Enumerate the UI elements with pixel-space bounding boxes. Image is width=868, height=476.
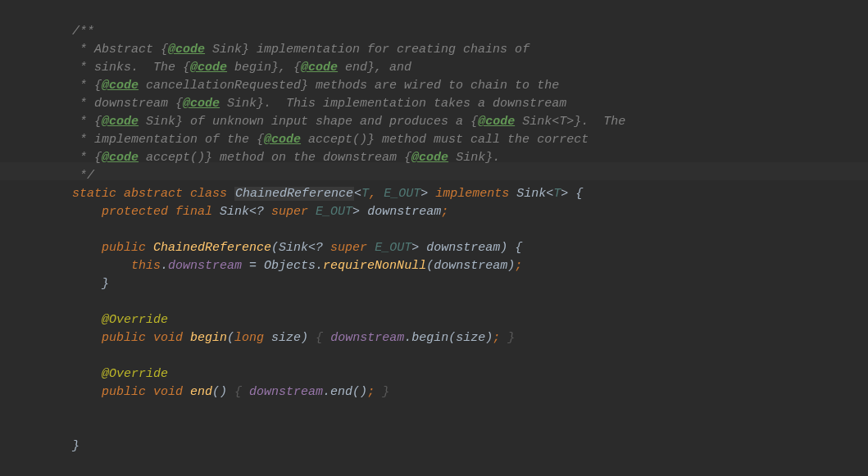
token-default: . <box>161 259 168 273</box>
indent <box>43 241 102 255</box>
token-doc-tag: @code <box>168 43 205 57</box>
code-line[interactable] <box>43 347 868 365</box>
token-type-param: E_OUT <box>375 241 411 255</box>
code-line[interactable]: this.downstream = Objects.requireNonNull… <box>43 257 868 275</box>
indent <box>43 277 102 291</box>
token-generic: < <box>354 187 361 201</box>
token-comment: Sink}. <box>448 151 500 165</box>
indent <box>43 331 102 345</box>
token-keyword: super <box>271 205 316 219</box>
token-generic: <? <box>308 241 330 255</box>
code-line[interactable]: * Abstract {@code Sink} implementation f… <box>43 41 868 59</box>
token-comment: * sinks. The { <box>72 61 190 75</box>
indent <box>43 169 72 183</box>
code-line[interactable]: static abstract class ChainedReference<T… <box>43 185 868 203</box>
token-default: (downstream) <box>426 259 515 273</box>
indent <box>43 79 72 93</box>
token-semi: , <box>369 187 384 201</box>
token-default: .begin(size) <box>404 331 493 345</box>
token-comment: * Abstract { <box>72 43 168 57</box>
code-line[interactable]: * downstream {@code Sink}. This implemen… <box>43 95 868 113</box>
code-line[interactable] <box>43 419 868 437</box>
code-line[interactable]: /** <box>43 23 868 41</box>
code-line[interactable]: * {@code accept()} method on the downstr… <box>43 149 868 167</box>
token-keyword: public void <box>102 385 190 399</box>
token-comment: cancellationRequested} methods are wired… <box>139 79 559 93</box>
token-default: .end() <box>323 385 367 399</box>
token-default: } <box>102 277 109 291</box>
code-line[interactable]: protected final Sink<? super E_OUT> down… <box>43 203 868 221</box>
token-method-static-italic: requireNonNull <box>323 259 426 273</box>
token-comment: * { <box>72 79 102 93</box>
token-keyword: long <box>234 331 271 345</box>
token-generic: < <box>546 187 553 201</box>
token-brace-dim: } <box>507 331 515 345</box>
token-default: = Objects. <box>242 259 323 273</box>
token-default: downstream <box>367 205 441 219</box>
token-generic: > <box>420 187 435 201</box>
token-comment: Sink}. This implementation takes a downs… <box>220 97 566 111</box>
token-classname: Sink <box>279 241 308 255</box>
code-line[interactable]: * implementation of the {@code accept()}… <box>43 131 868 149</box>
token-comment: end}, and <box>338 61 411 75</box>
token-field: downstream <box>168 259 242 273</box>
code-line[interactable] <box>43 221 868 239</box>
indent <box>43 151 72 165</box>
token-doc-tag: @code <box>190 61 227 75</box>
token-default: } <box>72 439 80 453</box>
code-line[interactable]: } <box>43 275 868 293</box>
code-line[interactable]: } <box>43 437 868 456</box>
token-doc-tag: @code <box>102 115 139 129</box>
token-semi: ; <box>515 259 522 273</box>
token-doc-tag: @code <box>301 61 338 75</box>
token-comment: * implementation of the { <box>72 133 264 147</box>
code-line[interactable]: public void begin(long size) { downstrea… <box>43 329 868 347</box>
token-type-param: T <box>361 187 369 201</box>
token-default: () <box>212 385 234 399</box>
indent <box>43 25 72 39</box>
token-comment: accept()} method on the downstream { <box>139 151 411 165</box>
code-line[interactable]: public ChainedReference(Sink<? super E_O… <box>43 239 868 257</box>
code-line[interactable]: @Override <box>43 311 868 329</box>
indent <box>43 115 72 129</box>
token-default: ( <box>227 331 234 345</box>
code-line[interactable]: * {@code cancellationRequested} methods … <box>43 77 868 95</box>
token-doc-tag: @code <box>102 79 139 93</box>
token-comment: Sink} implementation for creating chains… <box>205 43 529 57</box>
token-type-param: T <box>553 187 561 201</box>
code-line[interactable] <box>43 293 868 311</box>
token-semi: ; <box>441 205 448 219</box>
token-semi: ; <box>367 385 382 399</box>
token-comment: accept()} method must call the correct <box>301 133 589 147</box>
code-line[interactable]: */ <box>43 167 868 185</box>
code-line[interactable]: * sinks. The {@code begin}, {@code end},… <box>43 59 868 77</box>
token-keyword: static abstract class <box>72 187 234 201</box>
token-field: downstream <box>249 385 323 399</box>
token-comment: begin}, { <box>227 61 301 75</box>
token-method: begin <box>190 331 227 345</box>
code-editor[interactable]: /** * Abstract {@code Sink} implementati… <box>0 0 868 456</box>
token-doc-tag: @code <box>102 151 139 165</box>
token-doc-tag: @code <box>264 133 301 147</box>
code-line[interactable] <box>43 401 868 419</box>
token-classname-def: ChainedReference <box>234 187 354 201</box>
token-this-kw: this <box>131 259 161 273</box>
token-comment: */ <box>72 169 94 183</box>
token-method: end <box>190 385 212 399</box>
indent <box>43 205 102 219</box>
token-generic: <? <box>249 205 271 219</box>
token-keyword: public void <box>102 331 190 345</box>
token-annotation: @Override <box>102 367 168 381</box>
code-line[interactable]: @Override <box>43 365 868 383</box>
token-comment: Sink<T>}. The <box>515 115 625 129</box>
indent <box>43 367 102 381</box>
token-brace-dim: { <box>316 331 330 345</box>
token-generic: > <box>352 205 367 219</box>
code-line[interactable]: public void end() { downstream.end(); } <box>43 383 868 401</box>
token-keyword: public <box>102 241 153 255</box>
token-comment: /** <box>72 25 94 39</box>
code-line[interactable]: * {@code Sink} of unknown input shape an… <box>43 113 868 131</box>
token-classname: Sink <box>220 205 249 219</box>
indent <box>43 133 72 147</box>
token-keyword: protected final <box>102 205 220 219</box>
